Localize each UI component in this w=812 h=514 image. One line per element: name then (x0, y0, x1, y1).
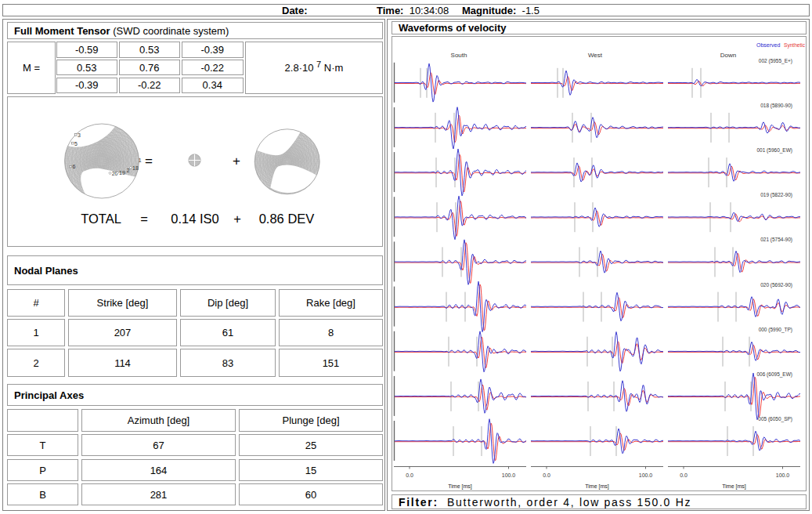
svg-text:0.14 IS0: 0.14 IS0 (171, 212, 218, 226)
svg-text:2: 2 (127, 168, 130, 173)
svg-text:020 (5692-90): 020 (5692-90) (760, 282, 792, 288)
svg-text:Down: Down (720, 52, 736, 59)
svg-text:021 (5754-90): 021 (5754-90) (760, 237, 792, 243)
svg-text:100.0: 100.0 (502, 472, 516, 478)
svg-text:0.0: 0.0 (543, 472, 550, 478)
svg-text:+: + (233, 154, 240, 168)
svg-text:5: 5 (74, 141, 78, 147)
svg-text:Observed: Observed (756, 42, 780, 48)
svg-text:0.0: 0.0 (406, 472, 413, 478)
svg-text:018 (5890-90): 018 (5890-90) (760, 103, 792, 109)
svg-text:Synthetic: Synthetic (784, 42, 806, 49)
svg-text:South: South (451, 52, 467, 59)
svg-text:Time [ms]: Time [ms] (448, 483, 472, 490)
svg-text:=: = (140, 212, 148, 226)
svg-text:006 (6095_EW): 006 (6095_EW) (756, 371, 792, 378)
svg-text:0.0: 0.0 (680, 472, 687, 478)
svg-text:+: + (233, 212, 241, 226)
svg-text:100.0: 100.0 (639, 472, 653, 478)
svg-text:Time [ms]: Time [ms] (722, 483, 746, 490)
svg-text:3: 3 (78, 132, 81, 138)
svg-text:1: 1 (139, 157, 142, 163)
svg-text:019 (5822-90): 019 (5822-90) (760, 192, 792, 198)
svg-text:Time [ms]: Time [ms] (585, 483, 609, 490)
svg-text:002 (5955_E+): 002 (5955_E+) (759, 58, 792, 64)
svg-text:6: 6 (73, 164, 76, 169)
svg-text:005 (6050_SP): 005 (6050_SP) (758, 416, 792, 422)
svg-text:100.0: 100.0 (776, 472, 790, 478)
svg-text:TOTAL: TOTAL (81, 212, 121, 226)
svg-text:0.86 DEV: 0.86 DEV (259, 212, 315, 226)
svg-text:West: West (588, 52, 603, 59)
svg-text:001 (5960_EW): 001 (5960_EW) (756, 147, 792, 154)
svg-text:=: = (145, 154, 153, 168)
svg-text:19: 19 (119, 170, 125, 176)
svg-text:000 (5990_TP): 000 (5990_TP) (759, 327, 792, 333)
svg-text:18: 18 (132, 165, 139, 171)
